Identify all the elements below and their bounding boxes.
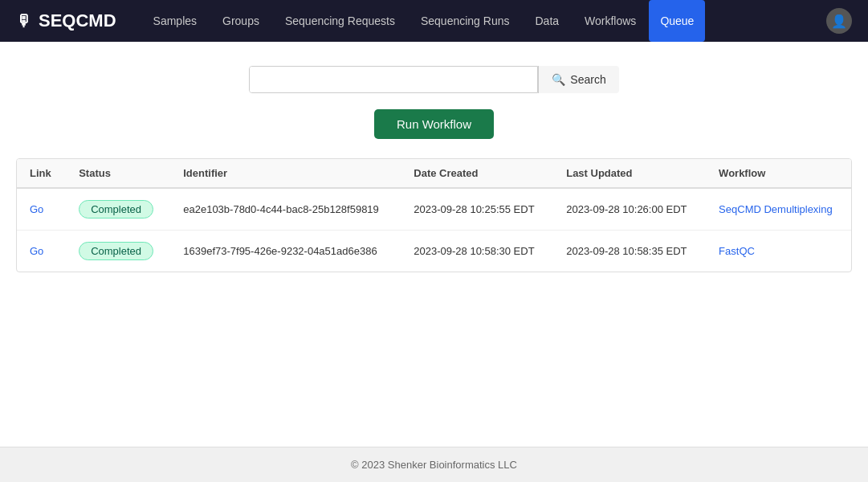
col-identifier: Identifier [170,159,401,188]
avatar[interactable]: 👤 [826,8,852,34]
cell-date-created-1: 2023-09-28 10:25:55 EDT [401,188,553,231]
run-workflow-button[interactable]: Run Workflow [374,109,494,139]
nav-logo[interactable]: 🎙 SEQCMD [16,10,116,31]
cell-status-1: Completed [66,188,170,231]
table-row: Go Completed 1639ef73-7f95-426e-9232-04a… [17,231,851,272]
table-row: Go Completed ea2e103b-78d0-4c44-bac8-25b… [17,188,851,231]
col-workflow: Workflow [706,159,851,188]
footer: © 2023 Shenker Bioinformatics LLC [0,447,868,482]
cell-link-1: Go [17,188,66,231]
status-badge-2: Completed [79,242,153,260]
nav-link-samples[interactable]: Samples [141,0,210,42]
cell-last-updated-1: 2023-09-28 10:26:00 EDT [553,188,706,231]
cell-status-2: Completed [66,231,170,272]
nav-link-groups[interactable]: Groups [210,0,272,42]
col-last-updated: Last Updated [553,159,706,188]
main-content: 🔍 Search Run Workflow Link Status Identi… [0,42,868,447]
nav-link-sequencing-runs[interactable]: Sequencing Runs [408,0,523,42]
nav-link-queue[interactable]: Queue [649,0,705,42]
nav-link-data[interactable]: Data [522,0,572,42]
col-link: Link [17,159,66,188]
status-badge-1: Completed [79,200,153,219]
navbar: 🎙 SEQCMD Samples Groups Sequencing Reque… [0,0,868,42]
logo-text: SEQCMD [39,10,116,31]
header-row: Link Status Identifier Date Created Last… [17,159,851,188]
run-workflow-row: Run Workflow [16,109,852,139]
search-button[interactable]: 🔍 Search [538,66,618,93]
col-date-created: Date Created [401,159,553,188]
table-wrapper: Link Status Identifier Date Created Last… [16,158,852,272]
cell-identifier-2: 1639ef73-7f95-426e-9232-04a51ad6e386 [170,231,401,272]
search-bar-row: 🔍 Search [16,66,852,93]
cell-workflow-2: FastQC [706,231,851,272]
queue-table: Link Status Identifier Date Created Last… [17,159,851,272]
cell-date-created-2: 2023-09-28 10:58:30 EDT [401,231,553,272]
footer-text: © 2023 Shenker Bioinformatics LLC [351,459,517,471]
search-icon: 🔍 [552,73,565,86]
nav-link-workflows[interactable]: Workflows [572,0,649,42]
workflow-link-2[interactable]: FastQC [719,245,755,257]
nav-links: Samples Groups Sequencing Requests Seque… [141,0,826,42]
go-link-1[interactable]: Go [30,203,43,215]
search-input[interactable] [250,67,537,92]
col-status: Status [66,159,170,188]
logo-icon: 🎙 [16,12,32,31]
workflow-link-1[interactable]: SeqCMD Demultiplexing [719,203,833,215]
cell-workflow-1: SeqCMD Demultiplexing [706,188,851,231]
nav-link-sequencing-requests[interactable]: Sequencing Requests [272,0,408,42]
nav-right: 👤 [826,8,852,34]
cell-identifier-1: ea2e103b-78d0-4c44-bac8-25b128f59819 [170,188,401,231]
go-link-2[interactable]: Go [30,245,43,257]
cell-link-2: Go [17,231,66,272]
cell-last-updated-2: 2023-09-28 10:58:35 EDT [553,231,706,272]
search-button-label: Search [570,73,605,86]
table-body: Go Completed ea2e103b-78d0-4c44-bac8-25b… [17,188,851,272]
search-input-wrapper [249,66,538,93]
table-header: Link Status Identifier Date Created Last… [17,159,851,188]
avatar-icon: 👤 [831,14,847,29]
